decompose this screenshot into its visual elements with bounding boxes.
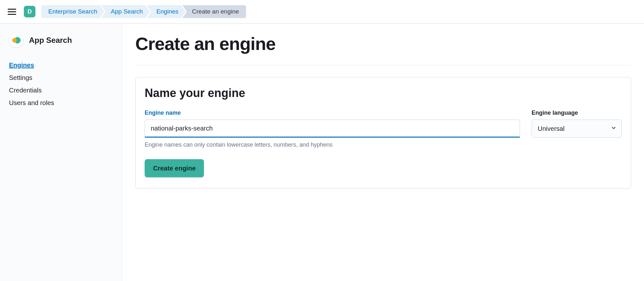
panel-title: Name your engine: [145, 86, 622, 100]
engine-name-group: Engine name Engine names can only contai…: [145, 110, 520, 148]
main-content: Create an engine Name your engine Engine…: [122, 24, 644, 281]
breadcrumb-create-engine: Create an engine: [182, 5, 246, 18]
sidebar-item-engines[interactable]: Engines: [9, 62, 113, 69]
create-engine-button[interactable]: Create engine: [145, 159, 204, 177]
breadcrumb-app-search[interactable]: App Search: [101, 5, 150, 18]
engine-language-label: Engine language: [532, 110, 622, 116]
sidebar-nav: Engines Settings Credentials Users and r…: [9, 62, 113, 107]
engine-name-input[interactable]: [145, 120, 520, 138]
sidebar-item-settings[interactable]: Settings: [9, 74, 113, 82]
create-engine-panel: Name your engine Engine name Engine name…: [135, 77, 631, 189]
form-row: Engine name Engine names can only contai…: [145, 110, 622, 148]
breadcrumb-enterprise-search[interactable]: Enterprise Search: [41, 5, 104, 18]
sidebar: App Search Engines Settings Credentials …: [0, 24, 122, 281]
engine-language-select[interactable]: Universal: [532, 120, 622, 138]
topbar: D Enterprise Search App Search Engines C…: [0, 0, 644, 24]
sidebar-header: App Search: [9, 33, 113, 47]
app-search-logo-icon: [9, 33, 23, 47]
sidebar-item-credentials[interactable]: Credentials: [9, 87, 113, 94]
page-title: Create an engine: [135, 33, 631, 54]
engine-language-group: Engine language Universal: [532, 110, 622, 138]
sidebar-item-users-roles[interactable]: Users and roles: [9, 99, 113, 107]
avatar-initial: D: [28, 8, 32, 15]
avatar[interactable]: D: [24, 6, 35, 17]
engine-name-help: Engine names can only contain lowercase …: [145, 141, 520, 148]
menu-toggle-button[interactable]: [6, 6, 18, 17]
divider: [135, 65, 631, 65]
breadcrumb-engines[interactable]: Engines: [147, 5, 186, 18]
sidebar-title: App Search: [29, 36, 72, 45]
breadcrumb: Enterprise Search App Search Engines Cre…: [41, 5, 246, 18]
engine-name-label: Engine name: [145, 110, 520, 116]
